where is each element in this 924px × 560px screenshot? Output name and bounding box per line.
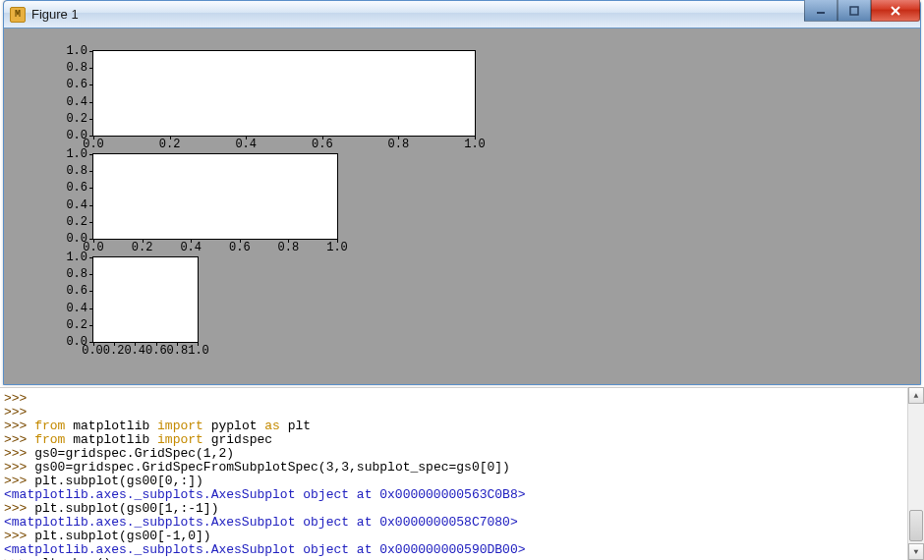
console-line: >>> from matplotlib import gridspec (4, 433, 920, 447)
y-tick-label: 1.0 (54, 251, 93, 264)
subplot-1: 0.00.20.40.60.81.00.00.20.40.60.81.0 (92, 50, 476, 137)
y-tick-label: 0.8 (54, 267, 93, 281)
svg-line-2 (892, 7, 899, 15)
y-tick-label: 0.6 (54, 78, 93, 91)
subplot-2: 0.00.20.40.60.81.00.00.20.40.60.81.0 (92, 153, 338, 240)
console-scrollbar[interactable]: ▲ ▼ (907, 387, 924, 560)
console-line: >>> plt.subplot(gs00[0,:]) (4, 475, 920, 488)
window-title: Figure 1 (31, 7, 79, 22)
y-tick-label: 0.4 (54, 198, 93, 212)
titlebar[interactable]: M Figure 1 (4, 1, 920, 28)
y-tick-label: 0.8 (54, 164, 93, 178)
console-line: >>> (4, 392, 920, 406)
y-tick-label: 1.0 (54, 147, 93, 161)
minimize-button[interactable] (804, 0, 837, 22)
console-line: >>> plt.subplot(gs00[1,:-1]) (4, 502, 920, 516)
window-controls (804, 0, 920, 22)
svg-rect-1 (850, 7, 858, 15)
console-line: >>> from matplotlib import pyplot as plt (4, 420, 920, 433)
console-line: >>> gs00=gridspec.GridSpecFromSubplotSpe… (4, 461, 920, 475)
console-line: <matplotlib.axes._subplots.AxesSubplot o… (4, 543, 920, 557)
scroll-thumb[interactable] (909, 510, 923, 541)
app-icon: M (10, 7, 26, 23)
y-tick-label: 1.0 (54, 44, 93, 58)
console-line: >>> plt.subplot(gs00[-1,0]) (4, 530, 920, 543)
svg-line-3 (892, 7, 899, 15)
maximize-button[interactable] (837, 0, 871, 22)
y-tick-label: 0.8 (54, 61, 93, 75)
console[interactable]: >>>>>>>>> from matplotlib import pyplot … (0, 387, 924, 560)
y-tick-label: 0.4 (54, 302, 93, 315)
y-tick-label: 0.2 (54, 318, 93, 332)
figure-canvas[interactable]: 0.00.20.40.60.81.00.00.20.40.60.81.0 0.0… (4, 28, 920, 384)
y-tick-label: 0.2 (54, 112, 93, 126)
scroll-up-button[interactable]: ▲ (908, 387, 924, 404)
y-tick-label: 0.2 (54, 215, 93, 229)
subplot-3: 0.00.20.40.60.81.00.00.20.40.60.81.0 (92, 256, 199, 343)
console-line: <matplotlib.axes._subplots.AxesSubplot o… (4, 516, 920, 530)
y-tick-label: 0.6 (54, 284, 93, 298)
x-tick-label-compact: 0.00.20.40.60.81.0 (82, 342, 209, 358)
y-tick-label: 0.6 (54, 181, 93, 195)
scroll-down-button[interactable]: ▼ (908, 543, 924, 560)
console-line: >>> gs0=gridspec.GridSpec(1,2) (4, 447, 920, 461)
close-button[interactable] (871, 0, 920, 22)
plot-area: 0.00.20.40.60.81.00.00.20.40.60.81.0 0.0… (92, 50, 476, 343)
figure-window: M Figure 1 0.00.20.40.60.81.00.00.20.40.… (3, 0, 921, 385)
console-line: >>> (4, 406, 920, 420)
console-line: <matplotlib.axes._subplots.AxesSubplot o… (4, 488, 920, 502)
y-tick-label: 0.4 (54, 95, 93, 109)
